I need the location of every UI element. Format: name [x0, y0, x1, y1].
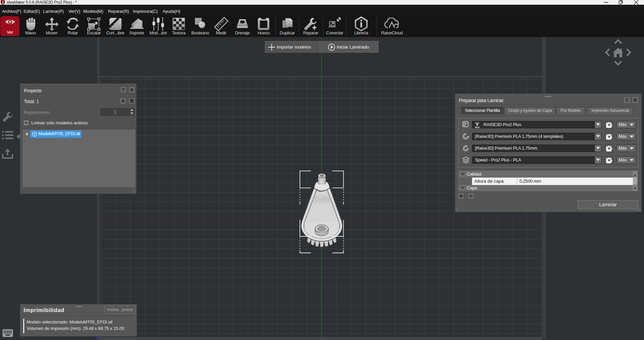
svg-text:R: R	[466, 145, 468, 148]
